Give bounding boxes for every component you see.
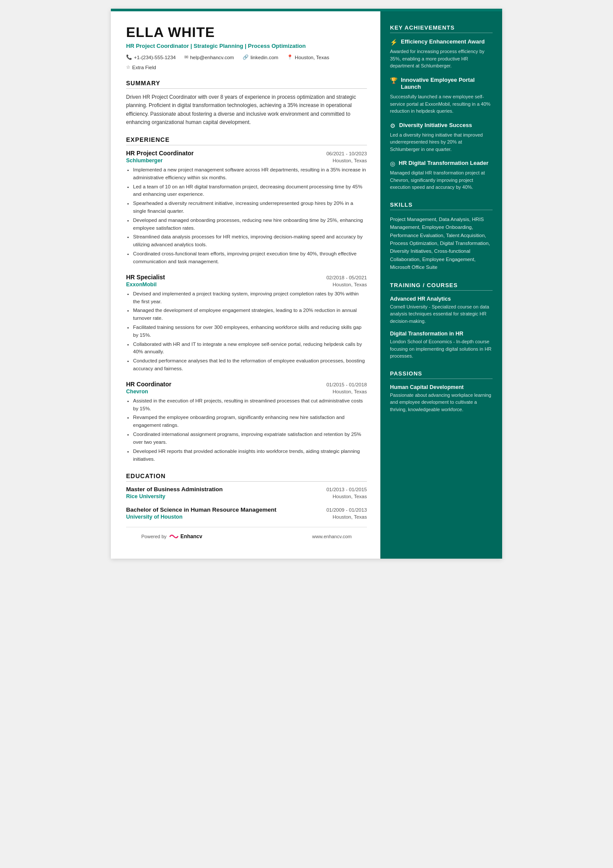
passion-item-0: Human Capital Development Passionate abo…	[390, 384, 493, 413]
edu-dates-0: 01/2013 - 01/2015	[326, 487, 367, 492]
bullet: Facilitated training sessions for over 3…	[133, 324, 367, 339]
exp-dates-1: 02/2018 - 05/2021	[326, 275, 367, 280]
passions-section: PASSIONS Human Capital Development Passi…	[390, 370, 493, 413]
summary-section: SUMMARY Driven HR Project Coordinator wi…	[126, 80, 367, 127]
training-item-0: Advanced HR Analytics Cornell University…	[390, 296, 493, 325]
edu-entry-0: Master of Business Administration 01/201…	[126, 486, 367, 499]
bullet: Developed and managed onboarding process…	[133, 217, 367, 232]
achievement-3: ◎ HR Digital Transformation Leader Manag…	[390, 160, 493, 191]
exp-title-2: HR Coordinator	[126, 381, 171, 388]
exp-dates-2: 01/2015 - 01/2018	[326, 382, 367, 387]
resume-container: ELLA WHITE HR Project Coordinator | Stra…	[111, 9, 502, 559]
bullet: Managed the development of employee enga…	[133, 307, 367, 322]
skills-section: SKILLS Project Management, Data Analysis…	[390, 201, 493, 271]
linkedin-text: linkedin.com	[250, 55, 278, 60]
bullet: Collaborated with HR and IT to integrate…	[133, 341, 367, 356]
bullet: Conducted performance analyses that led …	[133, 357, 367, 373]
experience-section: EXPERIENCE HR Project Coordinator 06/202…	[126, 136, 367, 463]
bullet: Coordinated cross-functional team effort…	[133, 250, 367, 266]
achievement-0: ⚡ Efficiency Enhancement Award Awarded f…	[390, 38, 493, 70]
extra-field-text: Extra Field	[132, 65, 156, 70]
exp-header-0: HR Project Coordinator 06/2021 - 10/2023	[126, 150, 367, 157]
achievement-title-2: Diversity Initiative Success	[399, 122, 472, 129]
phone-item: 📞 +1-(234)-555-1234	[126, 54, 176, 60]
extra-field-item: ☆ Extra Field	[126, 64, 156, 70]
exp-dates-0: 06/2021 - 10/2023	[326, 151, 367, 156]
edu-degree-1: Bachelor of Science in Human Resource Ma…	[126, 506, 326, 513]
skills-text: Project Management, Data Analysis, HRIS …	[390, 215, 493, 271]
skills-title: SKILLS	[390, 201, 493, 210]
header: ELLA WHITE HR Project Coordinator | Stra…	[126, 24, 367, 70]
bullet: Coordinated international assignment pro…	[133, 431, 367, 446]
edu-sub-1: University of Houston Houston, Texas	[126, 514, 367, 520]
location-text: Houston, Texas	[295, 55, 329, 60]
exp-title-0: HR Project Coordinator	[126, 150, 194, 157]
location-item: 📍 Houston, Texas	[287, 54, 329, 60]
achievement-desc-3: Managed digital HR transformation projec…	[390, 169, 493, 191]
exp-sub-1: ExxonMobil Houston, Texas	[126, 282, 367, 288]
edu-degree-0: Master of Business Administration	[126, 486, 326, 493]
candidate-name: ELLA WHITE	[126, 24, 367, 40]
edu-entry-1: Bachelor of Science in Human Resource Ma…	[126, 506, 367, 520]
exp-entry-2: HR Coordinator 01/2015 - 01/2018 Chevron…	[126, 381, 367, 463]
exp-title-1: HR Specialist	[126, 274, 165, 281]
exp-header-1: HR Specialist 02/2018 - 05/2021	[126, 274, 367, 281]
exp-sub-0: Schlumberger Houston, Texas	[126, 158, 367, 164]
email-icon: ✉	[184, 54, 188, 60]
edu-school-0: Rice University	[126, 493, 165, 499]
achievement-icon-3: ◎	[390, 160, 395, 167]
education-section: EDUCATION Master of Business Administrat…	[126, 473, 367, 520]
footer-website: www.enhancv.com	[312, 534, 352, 539]
achievement-1: 🏆 Innovative Employee Portal Launch Succ…	[390, 77, 493, 115]
phone-icon: 📞	[126, 54, 132, 60]
passions-title: PASSIONS	[390, 370, 493, 379]
achievement-title-1: Innovative Employee Portal Launch	[401, 77, 493, 91]
achievement-icon-2: ⚙	[390, 122, 396, 129]
contact-row: 📞 +1-(234)-555-1234 ✉ help@enhancv.com 🔗…	[126, 54, 367, 70]
training-item-1: Digital Transformation in HR London Scho…	[390, 331, 493, 360]
brand-name: Enhancv	[180, 533, 202, 540]
exp-bullets-1: Devised and implemented a project tracki…	[126, 290, 367, 373]
edu-sub-0: Rice University Houston, Texas	[126, 493, 367, 499]
email-text: help@enhancv.com	[190, 55, 234, 60]
achievement-desc-0: Awarded for increasing process efficienc…	[390, 48, 493, 70]
bullet: Revamped the employee onboarding program…	[133, 414, 367, 429]
phone-text: +1-(234)-555-1234	[134, 55, 176, 60]
exp-location-2: Houston, Texas	[333, 389, 367, 394]
exp-location-0: Houston, Texas	[333, 158, 367, 163]
right-column: KEY ACHIEVEMENTS ⚡ Efficiency Enhancemen…	[380, 11, 502, 559]
exp-location-1: Houston, Texas	[333, 282, 367, 287]
training-name-1: Digital Transformation in HR	[390, 331, 493, 337]
bullet: Assisted in the execution of HR projects…	[133, 397, 367, 413]
edu-school-1: University of Houston	[126, 514, 183, 520]
footer: Powered by Enhancv www.enhancv.com	[126, 527, 367, 546]
enhancv-logo: Enhancv	[169, 533, 202, 540]
edu-header-0: Master of Business Administration 01/201…	[126, 486, 367, 493]
bullet: Devised and implemented a project tracki…	[133, 290, 367, 306]
bullet: Spearheaded a diversity recruitment init…	[133, 200, 367, 215]
passion-name-0: Human Capital Development	[390, 384, 493, 390]
training-title: TRAINING / COURSES	[390, 282, 493, 291]
powered-by-text: Powered by	[141, 534, 167, 539]
edu-header-1: Bachelor of Science in Human Resource Ma…	[126, 506, 367, 513]
star-icon: ☆	[126, 64, 130, 70]
experience-title: EXPERIENCE	[126, 136, 367, 145]
linkedin-icon: 🔗	[243, 54, 249, 60]
passion-desc-0: Passionate about advancing workplace lea…	[390, 392, 493, 413]
edu-location-1: Houston, Texas	[333, 514, 367, 519]
enhancv-logo-svg	[169, 533, 179, 540]
achievement-header-0: ⚡ Efficiency Enhancement Award	[390, 38, 493, 46]
exp-entry-1: HR Specialist 02/2018 - 05/2021 ExxonMob…	[126, 274, 367, 373]
achievement-header-1: 🏆 Innovative Employee Portal Launch	[390, 77, 493, 91]
bullet: Implemented a new project management sof…	[133, 166, 367, 182]
exp-company-1: ExxonMobil	[126, 282, 157, 288]
training-name-0: Advanced HR Analytics	[390, 296, 493, 302]
email-item: ✉ help@enhancv.com	[184, 54, 234, 60]
achievement-2: ⚙ Diversity Initiative Success Led a div…	[390, 122, 493, 153]
bullet: Developed HR reports that provided actio…	[133, 448, 367, 463]
exp-bullets-0: Implemented a new project management sof…	[126, 166, 367, 266]
linkedin-item: 🔗 linkedin.com	[243, 54, 278, 60]
achievement-title-0: Efficiency Enhancement Award	[401, 38, 485, 46]
edu-location-0: Houston, Texas	[333, 494, 367, 499]
achievement-icon-0: ⚡	[390, 39, 397, 46]
